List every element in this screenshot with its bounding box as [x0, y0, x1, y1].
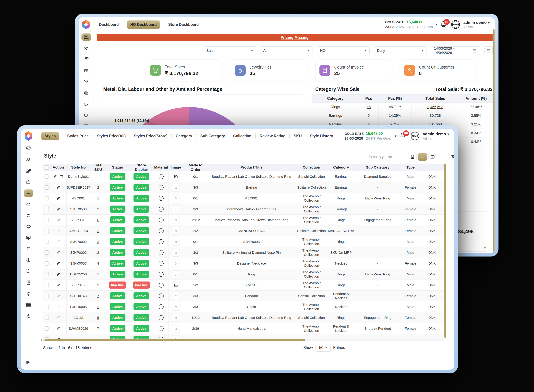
material-info-icon[interactable]: i	[159, 185, 164, 190]
material-info-icon[interactable]: i	[159, 294, 164, 299]
status-toggle[interactable]: Active	[110, 173, 125, 180]
notifications-button[interactable]: 88	[440, 21, 448, 28]
select-all-checkbox[interactable]	[45, 165, 49, 170]
total-sku-link[interactable]: 3	[97, 283, 99, 287]
material-info-icon[interactable]: i	[159, 207, 164, 212]
date-range-picker[interactable]: 14/03/2026 – 14/04/2026	[431, 46, 480, 55]
store-display-toggle[interactable]: Active	[134, 184, 149, 191]
sidebar-item-jewelry[interactable]	[81, 78, 91, 85]
status-toggle[interactable]: Active	[110, 216, 125, 224]
store-display-toggle[interactable]: Active	[134, 292, 149, 299]
tab-store-dashboard[interactable]: Store Dashboard	[168, 22, 199, 27]
edit-pencil-icon[interactable]	[56, 304, 60, 309]
product-image-thumbnail[interactable]	[172, 195, 180, 202]
store-display-toggle[interactable]: Active	[134, 325, 149, 332]
product-image-thumbnail[interactable]	[172, 184, 180, 191]
edit-pencil-icon[interactable]	[56, 239, 60, 244]
sidebar-item-handshake[interactable]	[81, 100, 91, 108]
sidebar-item-handshake-alt[interactable]	[81, 112, 91, 119]
chevron-down-icon[interactable]: ▾	[436, 23, 437, 27]
row-checkbox[interactable]	[45, 185, 49, 190]
store-display-toggle[interactable]: Active	[134, 195, 149, 202]
store-display-toggle[interactable]: Active	[134, 205, 149, 213]
status-toggle[interactable]: Active	[110, 260, 125, 267]
store-display-toggle[interactable]: Active	[134, 249, 149, 256]
material-info-icon[interactable]: i	[159, 174, 164, 179]
edit-pencil-icon[interactable]	[56, 294, 60, 298]
sidebar-item-coin[interactable]	[24, 257, 33, 264]
tab-review-rating[interactable]: Review Rating	[260, 134, 285, 138]
sidebar-collapse-button[interactable]	[24, 358, 33, 366]
material-info-icon[interactable]: i	[159, 337, 164, 339]
status-toggle[interactable]: Inactive	[109, 281, 126, 289]
edit-pencil-icon[interactable]	[56, 272, 60, 276]
sidebar-item-package[interactable]	[81, 67, 91, 74]
material-info-icon[interactable]: i	[159, 239, 164, 244]
tab-style-history[interactable]: Style History	[310, 134, 333, 138]
edit-pencil-icon[interactable]	[56, 315, 60, 320]
chevron-down-icon[interactable]: ▾	[484, 246, 486, 250]
sidebar-item-cash-hand[interactable]	[81, 56, 91, 63]
row-checkbox[interactable]	[45, 207, 49, 211]
sidebar-item-gear[interactable]	[24, 290, 33, 298]
drill-down-link[interactable]: 5	[368, 113, 370, 118]
sidebar-item-users[interactable]	[81, 44, 91, 52]
material-info-icon[interactable]: i	[159, 261, 164, 266]
vertical-scrollbar[interactable]	[493, 29, 495, 252]
total-sku-link[interactable]: 2	[97, 229, 99, 233]
row-checkbox[interactable]	[45, 327, 49, 331]
status-toggle[interactable]: Active	[110, 238, 125, 245]
chevron-down-icon[interactable]: ▾	[395, 134, 397, 138]
status-toggle[interactable]: Active	[110, 292, 125, 299]
store-display-toggle[interactable]: Active	[134, 173, 149, 180]
sidebar-item-handshake-alt[interactable]	[24, 223, 33, 231]
sidebar-item-pos-terminal[interactable]	[24, 234, 33, 242]
sidebar-item-handshake[interactable]	[24, 212, 33, 219]
sidebar-item-jewelry[interactable]	[24, 189, 33, 197]
total-sku-link[interactable]: 5	[97, 316, 99, 320]
material-info-icon[interactable]: i	[159, 196, 164, 201]
edit-pencil-icon[interactable]	[56, 261, 60, 266]
total-sku-link[interactable]: 2	[97, 250, 99, 255]
filter-select-sale[interactable]: Sale▾	[203, 46, 256, 55]
sidebar-item-dashboard[interactable]	[24, 145, 33, 152]
row-checkbox[interactable]	[45, 305, 49, 309]
row-checkbox[interactable]	[45, 218, 49, 222]
product-image-thumbnail[interactable]	[172, 216, 180, 224]
total-sku-link[interactable]: 4	[97, 261, 99, 265]
product-image-thumbnail[interactable]	[172, 303, 180, 311]
store-display-toggle[interactable]: Active	[134, 271, 149, 278]
delete-trash-icon[interactable]	[59, 174, 64, 179]
product-image-thumbnail[interactable]	[172, 260, 180, 267]
row-checkbox[interactable]	[45, 240, 49, 244]
row-checkbox[interactable]	[45, 283, 49, 287]
product-image-thumbnail[interactable]	[172, 227, 180, 235]
row-checkbox[interactable]	[45, 250, 49, 255]
store-display-toggle[interactable]: Inactive	[133, 281, 150, 289]
calendar-button[interactable]	[484, 46, 492, 55]
drill-down-link[interactable]: 16	[367, 105, 371, 109]
status-toggle[interactable]: Active	[110, 195, 125, 202]
total-sku-link[interactable]: 7	[97, 327, 99, 331]
tab-sku[interactable]: SKU	[294, 134, 302, 138]
material-info-icon[interactable]: i	[159, 272, 164, 277]
row-checkbox[interactable]	[45, 316, 49, 320]
tab-styles[interactable]: Styles	[41, 132, 59, 140]
store-display-toggle[interactable]: Active	[134, 227, 149, 234]
row-checkbox[interactable]	[45, 272, 49, 276]
user-menu[interactable]: admin demo▾ Admin	[423, 131, 449, 140]
tab-styles-price-store[interactable]: Styles Price(Store)	[134, 134, 167, 138]
sidebar-item-cash-hand[interactable]	[24, 167, 33, 175]
material-info-icon[interactable]: i	[159, 218, 164, 223]
product-image-thumbnail[interactable]	[172, 205, 180, 213]
horizontal-scrollbar[interactable]	[44, 339, 305, 341]
scroll-left-arrow-icon[interactable]: ◂	[40, 338, 42, 342]
material-info-icon[interactable]: i	[159, 315, 164, 320]
edit-pencil-icon[interactable]	[53, 174, 57, 179]
tab-collection[interactable]: Collection	[233, 134, 251, 138]
tab-sub-category[interactable]: Sub Category	[200, 134, 225, 138]
row-checkbox[interactable]	[45, 229, 49, 233]
product-image-thumbnail[interactable]	[172, 292, 180, 300]
product-image-thumbnail[interactable]	[172, 336, 180, 339]
funnel-button[interactable]	[449, 153, 454, 161]
